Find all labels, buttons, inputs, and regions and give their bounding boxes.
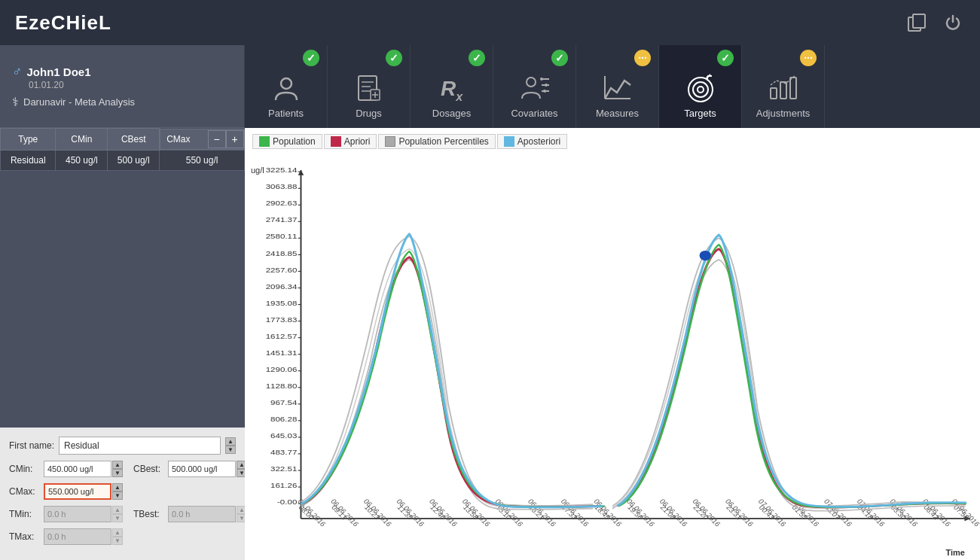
svg-text:1935.08: 1935.08 [266, 298, 298, 306]
cmax-input-group: ▲ ▼ [44, 483, 123, 500]
nav-item-adjustments[interactable]: ··· Adjustments [742, 45, 825, 128]
nav-item-patients[interactable]: ✓ Patients [245, 45, 328, 128]
tbest-input[interactable] [168, 506, 236, 522]
svg-text:1773.83: 1773.83 [266, 315, 298, 323]
svg-text:2580.11: 2580.11 [266, 232, 298, 240]
svg-text:06.06.2016: 06.06.2016 [493, 498, 525, 528]
legend-label-population: Population [273, 136, 316, 147]
svg-text:161.26: 161.26 [270, 481, 297, 489]
drug-link-icon: ⚕ [12, 95, 19, 109]
cmin-spinner: ▲ ▼ [112, 461, 123, 477]
cmin-up[interactable]: ▲ [112, 461, 123, 469]
cbest-input-group: ▲ ▼ [168, 461, 247, 477]
tbest-input-group: ▲ ▼ [168, 506, 247, 522]
tmin-spinner: ▲ ▼ [112, 506, 123, 522]
nav-item-measures[interactable]: ··· Measures [576, 45, 659, 128]
svg-text:06.06.2016: 06.06.2016 [527, 498, 558, 528]
add-row-button[interactable]: + [226, 130, 244, 148]
cmin-down[interactable]: ▼ [112, 469, 123, 477]
nav-item-targets[interactable]: ✓ Targets [659, 45, 742, 128]
chart-legend: Population Apriori Population Percentile… [245, 128, 980, 152]
measurement-point [700, 251, 711, 260]
svg-rect-25 [771, 88, 777, 99]
remove-row-button[interactable]: − [208, 130, 226, 148]
targets-icon [685, 73, 716, 103]
first-name-up[interactable]: ▲ [225, 437, 236, 446]
svg-text:07.06.2016: 07.06.2016 [823, 498, 854, 528]
svg-text:1128.80: 1128.80 [266, 382, 298, 390]
svg-point-2 [281, 78, 292, 89]
legend-color-population [259, 136, 270, 147]
tmin-input[interactable] [44, 506, 111, 522]
svg-text:-0.00: -0.00 [277, 498, 297, 506]
tmin-up[interactable]: ▲ [112, 506, 123, 514]
cmax-spinner: ▲ ▼ [112, 483, 123, 500]
target-table: Type CMin CBest CMax − + [0, 128, 245, 171]
nav-label-patients: Patients [268, 108, 304, 119]
header: EzeCHieL [0, 0, 980, 45]
drugs-icon [354, 73, 384, 103]
cmax-label: CMax: [9, 486, 39, 497]
svg-marker-31 [298, 170, 304, 175]
svg-text:1290.06: 1290.06 [266, 365, 298, 373]
tmax-down[interactable]: ▼ [112, 537, 123, 545]
tmax-input[interactable] [44, 528, 111, 545]
nav-label-dosages: Dosages [432, 108, 471, 119]
cbest-label: CBest: [133, 464, 163, 474]
col-cbest: CBest [108, 129, 160, 151]
nav-item-covariates[interactable]: ✓ Covariates [493, 45, 576, 128]
svg-text:06.06.2016: 06.06.2016 [362, 498, 393, 528]
svg-text:06.06.2016: 06.06.2016 [395, 498, 426, 528]
nav-label-drugs: Drugs [356, 108, 382, 119]
tmax-spinner: ▲ ▼ [112, 528, 123, 545]
svg-point-10 [527, 78, 536, 87]
cell-type: Residual [1, 150, 56, 170]
cmax-down[interactable]: ▼ [112, 492, 123, 500]
first-name-input[interactable] [59, 437, 221, 455]
svg-rect-1 [913, 14, 925, 28]
cbest-input[interactable] [168, 461, 236, 477]
chart-area: Population Apriori Population Percentile… [245, 128, 980, 560]
power-icon[interactable] [941, 11, 965, 35]
tmax-label: TMax: [9, 531, 39, 542]
svg-text:3063.88: 3063.88 [266, 182, 298, 190]
nav-label-targets: Targets [684, 108, 716, 119]
nav-label-measures: Measures [596, 108, 639, 119]
legend-population[interactable]: Population [252, 134, 322, 149]
legend-label-apriori: Apriori [344, 136, 371, 147]
tmin-tbest-row: TMin: ▲ ▼ TBest: ▲ ▼ [9, 506, 236, 522]
tmin-down[interactable]: ▼ [112, 514, 123, 522]
target-form: First name: ▲ ▼ CMin: ▲ ▼ CBest: [0, 428, 245, 560]
cmin-input-group: ▲ ▼ [44, 461, 123, 477]
tbest-label: TBest: [133, 509, 163, 519]
legend-apriori[interactable]: Apriori [324, 134, 377, 149]
svg-point-15 [545, 84, 548, 87]
navbar: ♂ John1 Doe1 01.01.20 ⚕ Darunavir - Meta… [0, 45, 980, 128]
cmax-up[interactable]: ▲ [112, 483, 123, 492]
tmax-up[interactable]: ▲ [112, 528, 123, 537]
adjustments-icon [768, 73, 799, 103]
svg-rect-27 [790, 78, 796, 99]
svg-text:1612.57: 1612.57 [266, 332, 298, 340]
first-name-spinner: ▲ ▼ [225, 437, 236, 454]
patient-drug: ⚕ Darunavir - Meta Analysis [12, 95, 232, 109]
legend-aposteriori[interactable]: Aposteriori [497, 134, 567, 149]
legend-color-percentiles [385, 136, 395, 147]
cmin-input[interactable] [44, 461, 111, 477]
first-name-row: First name: ▲ ▼ [9, 437, 236, 455]
copy-icon[interactable] [905, 11, 929, 35]
first-name-down[interactable]: ▼ [225, 446, 236, 454]
adjustments-badge: ··· [800, 50, 817, 66]
col-cmax-header: CMax − + [160, 129, 244, 150]
legend-label-aposteriori: Aposteriori [517, 136, 560, 147]
legend-population-percentiles[interactable]: Population Percentiles [378, 134, 495, 149]
legend-color-apriori [331, 136, 341, 147]
svg-point-14 [540, 78, 543, 81]
table-row: Residual 450 ug/l 500 ug/l 550 ug/l [1, 150, 245, 170]
cmax-input[interactable] [44, 483, 111, 500]
nav-item-drugs[interactable]: ✓ Drugs [328, 45, 411, 128]
main-area: Type CMin CBest CMax − + [0, 128, 980, 560]
sidebar: Type CMin CBest CMax − + [0, 128, 245, 560]
drugs-badge: ✓ [386, 50, 402, 66]
nav-item-dosages[interactable]: ✓ Rx Dosages [411, 45, 493, 128]
